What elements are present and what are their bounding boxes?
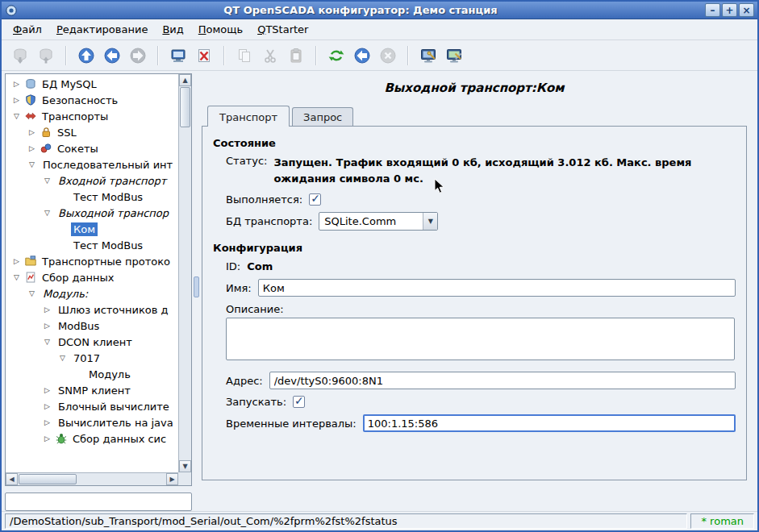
tree-item[interactable]: ▷ModBus bbox=[6, 318, 178, 334]
cut-item-icon bbox=[258, 44, 282, 68]
description-textarea[interactable] bbox=[226, 318, 735, 360]
tree-item[interactable]: Тест ModBus bbox=[6, 189, 178, 205]
expander-closed-icon[interactable]: ▷ bbox=[44, 306, 56, 314]
address-input[interactable] bbox=[269, 372, 736, 389]
app-icon bbox=[5, 4, 18, 17]
name-input[interactable] bbox=[258, 279, 736, 297]
toolbar bbox=[2, 40, 757, 71]
expander-closed-icon[interactable]: ▷ bbox=[14, 81, 25, 88]
tree-item[interactable]: ▷Сокеты bbox=[6, 140, 178, 156]
delete-item-icon[interactable] bbox=[192, 44, 216, 68]
transport-db-value: SQLite.Comm bbox=[319, 213, 423, 230]
splitter-handle[interactable] bbox=[194, 276, 199, 297]
close-button[interactable]: × bbox=[739, 3, 754, 17]
menu-item[interactable]: QTStarter bbox=[250, 20, 315, 39]
tree-item[interactable]: ▽Выходной транспор bbox=[6, 205, 178, 221]
expander-closed-icon[interactable]: ▷ bbox=[44, 419, 56, 426]
tree-filter-input[interactable] bbox=[5, 493, 192, 511]
expander-closed-icon[interactable]: ▷ bbox=[29, 145, 40, 152]
tree-item-label: Шлюз источников д bbox=[56, 303, 171, 317]
expander-closed-icon[interactable]: ▷ bbox=[14, 97, 25, 104]
node-panel: Выходной транспорт:Ком Транспорт Запрос … bbox=[201, 73, 754, 511]
running-checkbox[interactable] bbox=[309, 193, 321, 206]
tree-item[interactable]: ▽Транспорты bbox=[6, 108, 178, 124]
go-back-icon[interactable] bbox=[100, 44, 124, 68]
tree-item[interactable]: ▷SNMP клиент bbox=[6, 382, 178, 398]
expander-open-icon[interactable]: ▽ bbox=[44, 339, 56, 346]
tree-item-label: Выходной транспор bbox=[56, 206, 171, 220]
id-label: ID: bbox=[226, 260, 240, 272]
tree-item[interactable]: ▷Сбор данных сис bbox=[6, 430, 178, 447]
hscroll-thumb[interactable] bbox=[19, 474, 77, 484]
tree-item[interactable]: ▽DCON клиент bbox=[6, 334, 178, 350]
tree-item[interactable]: Ком bbox=[6, 221, 178, 237]
refresh-icon[interactable] bbox=[324, 44, 348, 68]
scroll-left-icon[interactable]: ◀ bbox=[6, 473, 18, 485]
expander-open-icon[interactable]: ▽ bbox=[60, 355, 71, 362]
tree-item[interactable]: ▷Транспортные протоко bbox=[6, 253, 178, 269]
tree-item[interactable]: ▽7017 bbox=[6, 350, 178, 366]
tree-item[interactable]: ▷Шлюз источников д bbox=[6, 301, 178, 318]
expander-closed-icon[interactable]: ▷ bbox=[44, 322, 56, 330]
start-updating-icon[interactable] bbox=[350, 44, 374, 68]
address-row: Адрес: bbox=[226, 372, 736, 389]
expander-open-icon[interactable]: ▽ bbox=[44, 177, 56, 185]
expander-open-icon[interactable]: ▽ bbox=[44, 210, 56, 217]
tree-horizontal-scrollbar[interactable]: ◀ ▶ bbox=[6, 472, 178, 485]
transport-db-select[interactable]: SQLite.Comm ▼ bbox=[319, 212, 438, 231]
window-controls: –+× bbox=[703, 3, 754, 17]
qtstarter-config-icon[interactable] bbox=[442, 44, 466, 68]
scroll-up-icon[interactable]: ▲ bbox=[179, 74, 191, 86]
tree-item[interactable]: Модуль bbox=[6, 366, 178, 382]
security-icon bbox=[25, 94, 40, 106]
tree-item[interactable]: Тест ModBus bbox=[6, 237, 178, 253]
tree-item[interactable]: ▽Последовательный инт bbox=[6, 156, 178, 172]
qtstarter-tool-icon[interactable] bbox=[416, 44, 440, 68]
expander-closed-icon[interactable]: ▷ bbox=[44, 387, 56, 394]
menu-item[interactable]: Помощь bbox=[191, 20, 250, 39]
titlebar[interactable]: QT OpenSCADA конфигуратор: Демо станция … bbox=[2, 2, 757, 19]
tab-transport[interactable]: Транспорт bbox=[207, 106, 290, 127]
expander-open-icon[interactable]: ▽ bbox=[29, 161, 40, 168]
panel-splitter[interactable] bbox=[192, 73, 201, 511]
tree-item[interactable]: ▽Сбор данных bbox=[6, 269, 178, 285]
tree-item[interactable]: ▷Вычислитель на java bbox=[6, 414, 178, 430]
menu-item[interactable]: Редактирование bbox=[49, 20, 155, 39]
intervals-input[interactable] bbox=[363, 414, 736, 432]
tree-item-label: БД MySQL bbox=[40, 77, 99, 91]
expander-closed-icon[interactable]: ▷ bbox=[44, 435, 56, 443]
vscroll-thumb[interactable] bbox=[180, 87, 190, 127]
status-label: Статус: bbox=[226, 155, 267, 167]
maximize-button[interactable]: + bbox=[722, 3, 737, 17]
copy-item-icon bbox=[232, 44, 256, 68]
tree-item[interactable]: ▽Модуль: bbox=[6, 285, 178, 301]
expander-open-icon[interactable]: ▽ bbox=[14, 274, 25, 281]
tree-vertical-scrollbar[interactable]: ▲ ▼ bbox=[178, 74, 191, 472]
tree-item[interactable]: ▷SSL bbox=[6, 124, 178, 140]
tree-item[interactable]: ▷Безопасность bbox=[6, 92, 178, 108]
toolbar-separator bbox=[65, 46, 67, 65]
go-up-icon[interactable] bbox=[74, 44, 98, 68]
start-checkbox[interactable] bbox=[293, 396, 305, 408]
minimize-button[interactable]: – bbox=[705, 3, 720, 17]
paste-item-icon bbox=[284, 44, 308, 68]
tree-item[interactable]: ▽Входной транспорт bbox=[6, 172, 178, 189]
add-item-icon[interactable] bbox=[166, 44, 190, 68]
toolbar-separator bbox=[223, 46, 225, 65]
expander-open-icon[interactable]: ▽ bbox=[29, 290, 40, 297]
tab-bar: Транспорт Запрос bbox=[207, 104, 747, 126]
scroll-right-icon[interactable]: ▶ bbox=[166, 473, 178, 485]
expander-closed-icon[interactable]: ▷ bbox=[14, 258, 25, 265]
expander-closed-icon[interactable]: ▷ bbox=[29, 129, 40, 136]
app-window: QT OpenSCADA конфигуратор: Демо станция … bbox=[0, 0, 759, 532]
tree-item[interactable]: ▷Блочный вычислите bbox=[6, 398, 178, 414]
tree-item[interactable]: ▷БД MySQL bbox=[6, 76, 178, 92]
description-label: Описание: bbox=[226, 303, 284, 315]
menu-item[interactable]: Вид bbox=[155, 20, 190, 39]
name-row: Имя: bbox=[226, 279, 736, 297]
expander-closed-icon[interactable]: ▷ bbox=[44, 403, 56, 410]
menu-item[interactable]: Файл bbox=[6, 20, 49, 39]
tab-request[interactable]: Запрос bbox=[292, 107, 353, 126]
expander-open-icon[interactable]: ▽ bbox=[14, 113, 25, 120]
scroll-down-icon[interactable]: ▼ bbox=[179, 460, 191, 472]
